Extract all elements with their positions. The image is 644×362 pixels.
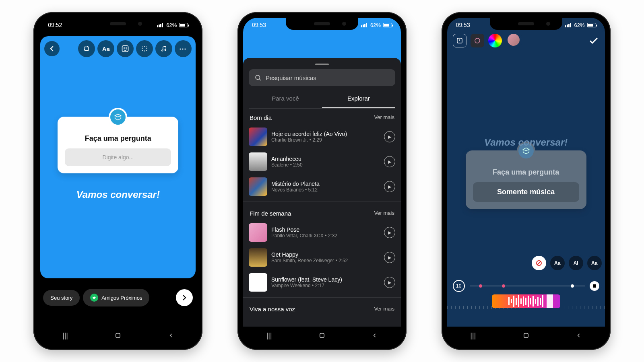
share-your-story-label: Seu story [50, 295, 72, 301]
album-art [249, 248, 267, 267]
done-button[interactable] [588, 35, 599, 46]
share-close-friends-button[interactable]: ★ Amigos Próximos [83, 289, 149, 306]
sheet-handle[interactable] [315, 64, 329, 65]
status-indicators: 62% [565, 22, 596, 28]
search-icon [254, 74, 262, 81]
track-title: Hoje eu acordei feliz (Ao Vivo) [271, 131, 380, 137]
nav-back-icon[interactable] [168, 333, 174, 338]
track-row[interactable]: Hoje eu acordei feliz (Ao Vivo) Charlie … [249, 124, 395, 149]
play-icon[interactable]: ▶ [384, 227, 395, 238]
track-title: Get Happy [271, 251, 380, 258]
album-art [249, 273, 267, 292]
svg-point-4 [162, 50, 163, 51]
track-subtitle: Novos Baianos • 5:12 [271, 187, 380, 193]
text-icon[interactable]: Aa [97, 40, 114, 57]
see-more-link[interactable]: Ver mais [374, 114, 394, 121]
back-button[interactable] [44, 41, 60, 56]
track-row[interactable]: Sunflower (feat. Steve Lacy) Vampire Wee… [249, 270, 395, 295]
nav-recents-icon[interactable]: ||| [266, 331, 272, 340]
track-subtitle: Charlie Brown Jr. • 2:29 [271, 137, 380, 143]
music-tabs: Para você Explorar [249, 89, 395, 109]
album-art [249, 128, 267, 146]
svg-rect-6 [116, 333, 120, 338]
track-row[interactable]: Get Happy Sam Smith, Renée Zellweger • 2… [249, 245, 395, 270]
music-icon[interactable] [155, 40, 172, 57]
track-title: Amanheceu [271, 156, 380, 162]
nav-back-icon[interactable] [576, 333, 582, 338]
nav-home-icon[interactable] [114, 332, 122, 339]
crop-icon[interactable] [78, 40, 95, 57]
play-icon[interactable]: ▶ [384, 156, 395, 167]
nav-back-icon[interactable] [372, 333, 378, 338]
style-none-icon[interactable] [532, 256, 546, 270]
search-input[interactable]: Pesquisar músicas [249, 69, 395, 86]
nav-recents-icon[interactable]: ||| [470, 331, 476, 340]
see-more-link[interactable]: Ver mais [374, 306, 394, 313]
device-notch [82, 18, 154, 30]
sticker-icon[interactable] [117, 40, 134, 57]
question-sticker-dim[interactable]: Faça uma pergunta Somente música [466, 150, 586, 209]
story-canvas[interactable]: Aa ⋯ [40, 36, 196, 278]
style-option-1[interactable]: Aa [550, 256, 565, 270]
question-sticker[interactable]: Faça uma pergunta Digite algo... [58, 117, 178, 173]
nav-home-icon[interactable] [522, 332, 530, 339]
clock: 09:53 [456, 22, 470, 28]
svg-point-5 [165, 49, 166, 51]
play-icon[interactable]: ▶ [384, 181, 395, 192]
waveform-scrubber[interactable] [492, 294, 560, 308]
waveform-cursor[interactable] [547, 294, 553, 308]
effects-icon[interactable] [136, 40, 153, 57]
section-divider [243, 297, 401, 298]
system-nav: ||| [39, 327, 197, 344]
track-subtitle: Scalene • 2:50 [271, 162, 380, 168]
close-friends-icon: ★ [90, 294, 98, 302]
music-edit-canvas: Faça uma pergunta Somente música Vamos c… [447, 18, 605, 327]
style-option-3[interactable]: Aa [587, 256, 602, 270]
tab-for-you[interactable]: Para você [249, 89, 322, 108]
track-subtitle: Pabllo Vittar, Charli XCX • 2:32 [271, 233, 380, 239]
music-style-row: Aa AI Aa [532, 256, 602, 270]
phone-frame-1: 09:52 62% Aa [33, 12, 202, 350]
avatar[interactable] [508, 34, 520, 46]
clock: 09:53 [252, 22, 266, 28]
track-subtitle: Sam Smith, Renée Zellweger • 2:52 [271, 258, 380, 263]
more-icon[interactable]: ⋯ [175, 40, 192, 57]
track-row[interactable]: Mistério do Planeta Novos Baianos • 5:12… [249, 174, 395, 199]
status-indicators: 62% [157, 22, 188, 28]
question-input[interactable]: Digite algo... [65, 148, 171, 166]
question-badge-icon [109, 108, 127, 126]
track-title: Flash Pose [271, 226, 380, 233]
color-picker-icon[interactable] [488, 34, 502, 47]
svg-point-3 [126, 48, 127, 49]
play-icon[interactable]: ▶ [384, 277, 395, 288]
clip-length-badge[interactable]: 10 [453, 280, 465, 292]
nav-recents-icon[interactable]: ||| [62, 331, 68, 340]
clip-slider[interactable] [470, 286, 585, 286]
album-thumb[interactable] [471, 34, 484, 47]
play-icon[interactable]: ▶ [384, 131, 395, 142]
stop-button[interactable] [590, 281, 599, 291]
play-icon[interactable]: ▶ [384, 252, 395, 263]
section-divider [243, 202, 401, 202]
see-more-link[interactable]: Ver mais [374, 210, 394, 217]
device-notch [490, 18, 562, 30]
section-title: Fim de semana [250, 210, 291, 217]
system-nav: ||| [447, 327, 605, 344]
track-row[interactable]: Flash Pose Pabllo Vittar, Charli XCX • 2… [249, 220, 395, 245]
report-icon[interactable] [453, 34, 466, 47]
nav-home-icon[interactable] [318, 332, 326, 339]
tab-explore[interactable]: Explorar [322, 89, 395, 108]
section-title: Viva a nossa voz [250, 306, 295, 313]
svg-point-2 [124, 48, 125, 49]
style-option-2[interactable]: AI [569, 256, 583, 270]
phone-frame-2: 09:53 62% Pesquisar músicas Para você Ex… [237, 12, 407, 350]
clip-slider-row: 10 [453, 280, 599, 292]
section-title: Bom dia [250, 114, 272, 121]
music-picker-sheet: Pesquisar músicas Para você Explorar Bom… [243, 58, 401, 327]
track-row[interactable]: Amanheceu Scalene • 2:50 ▶ [249, 149, 395, 174]
search-placeholder: Pesquisar músicas [266, 74, 316, 81]
svg-rect-0 [85, 47, 89, 51]
share-your-story-button[interactable]: Seu story [43, 290, 80, 306]
music-only-pill[interactable]: Somente música [473, 182, 579, 202]
next-button[interactable] [176, 289, 193, 306]
